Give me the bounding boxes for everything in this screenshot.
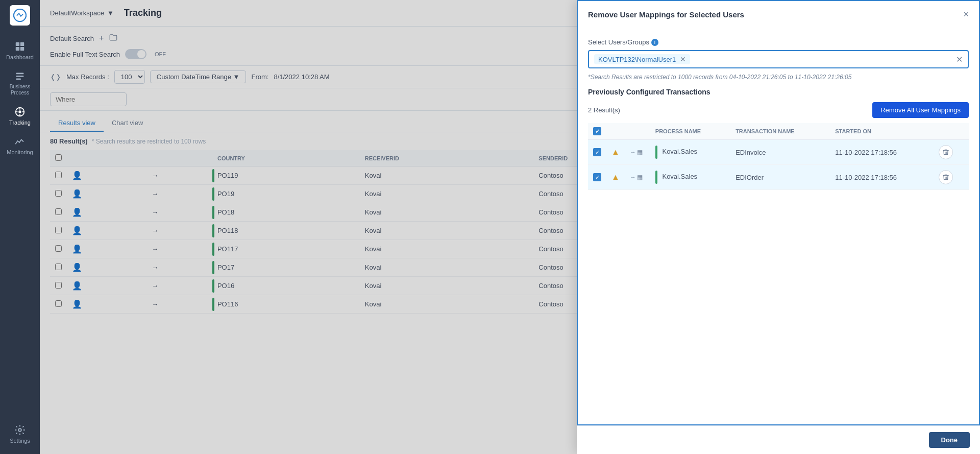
results-row2: 2 Result(s) Remove All User Mappings (588, 102, 969, 118)
svg-rect-1 (16, 42, 19, 46)
app-logo (10, 5, 30, 26)
col-check: ✓ (588, 123, 606, 140)
modal-row-check: ✓ (588, 140, 606, 165)
col-started-on: STARTED ON (830, 123, 934, 140)
arrow-right-icon: → (630, 174, 636, 181)
settings-icon (14, 424, 26, 436)
sidebar-item-business-process[interactable]: Business Process (0, 65, 40, 101)
sidebar-item-label: Monitoring (7, 149, 33, 155)
remove-user-mappings-modal: Remove User Mappings for Selected Users … (577, 0, 980, 454)
done-button[interactable]: Done (929, 432, 970, 448)
trash-icon (942, 149, 949, 156)
business-process-icon (14, 70, 26, 82)
col-process-name: PROCESS NAME (650, 123, 730, 140)
info-icon: i (651, 39, 658, 46)
person-orange-icon: ▲ (611, 148, 620, 156)
col-delete (934, 123, 969, 140)
users-input-wrapper[interactable]: KOVLTP132\NormalUser1 ✕ ✕ (588, 50, 969, 68)
modal-row-checkbox[interactable]: ✓ (593, 148, 601, 156)
col-arrow2 (625, 123, 650, 140)
modal-row-process: Kovai.Sales (650, 140, 730, 165)
modal-select-all[interactable]: ✓ (593, 127, 601, 135)
prev-transactions-title: Previously Configured Transactions (588, 88, 969, 96)
svg-rect-6 (16, 76, 24, 77)
dashboard-icon (14, 41, 26, 52)
modal-header-row: ✓ PROCESS NAME TRANSACTION NAME STARTED … (588, 123, 969, 140)
modal-row-process: Kovai.Sales (650, 165, 730, 190)
modal-row-checkbox[interactable]: ✓ (593, 173, 601, 181)
col-transaction-name: TRANSACTION NAME (730, 123, 830, 140)
svg-point-9 (18, 110, 21, 113)
modal-table-row: ✓ ▲ → ▦ Kovai.Sales EDIOrder 11-10-2022 … (588, 165, 969, 190)
sidebar-item-dashboard[interactable]: Dashboard (0, 36, 40, 65)
modal-row-transaction: EDIOrder (730, 165, 830, 190)
tracking-icon (14, 106, 26, 117)
monitoring-icon (14, 136, 26, 147)
sidebar: Dashboard Business Process Tracking Moni… (0, 0, 40, 454)
user-tag-remove-button[interactable]: ✕ (680, 55, 686, 63)
modal-results-count: 2 Result(s) (588, 106, 620, 114)
modal-header: Remove User Mappings for Selected Users … (577, 0, 980, 28)
modal-title: Remove User Mappings for Selected Users (588, 10, 744, 19)
svg-rect-2 (20, 42, 24, 46)
col-icon2 (606, 123, 625, 140)
modal-tbody: ✓ ▲ → ▦ Kovai.Sales EDInvoice 11-10-2022… (588, 140, 969, 190)
svg-rect-5 (16, 73, 24, 75)
sidebar-item-settings[interactable]: Settings (0, 419, 40, 449)
modal-row-arrow: → ▦ (625, 165, 650, 190)
modal-row-icon: ▲ (606, 165, 625, 190)
modal-row-started: 11-10-2022 17:18:56 (830, 165, 934, 190)
sidebar-item-label: Business Process (3, 84, 37, 96)
modal-table: ✓ PROCESS NAME TRANSACTION NAME STARTED … (588, 123, 969, 190)
user-tag-name: KOVLTP132\NormalUser1 (598, 56, 676, 63)
modal-row-started: 11-10-2022 17:18:56 (830, 140, 934, 165)
modal-row-delete (934, 140, 969, 165)
svg-rect-4 (20, 47, 24, 51)
main-content: DefaultWorkspace ▼ Tracking Default Sear… (40, 0, 980, 454)
modal-footer: Done (577, 425, 980, 454)
modal-close-button[interactable]: × (963, 9, 969, 20)
modal-body: Select Users/Groups i KOVLTP132\NormalUs… (577, 28, 980, 425)
trash-icon (942, 174, 949, 181)
person-orange-icon: ▲ (611, 173, 620, 181)
svg-rect-7 (16, 79, 21, 80)
delete-button[interactable] (939, 145, 953, 159)
input-clear-button[interactable]: ✕ (956, 55, 963, 64)
remove-all-button[interactable]: Remove All User Mappings (872, 102, 969, 118)
sidebar-item-label: Dashboard (6, 54, 34, 60)
copy-icon: ▦ (637, 174, 643, 181)
copy-icon: ▦ (637, 149, 643, 156)
modal-row-transaction: EDInvoice (730, 140, 830, 165)
modal-row-check: ✓ (588, 165, 606, 190)
sidebar-item-monitoring[interactable]: Monitoring (0, 131, 40, 160)
modal-row-delete (934, 165, 969, 190)
modal-row-icon: ▲ (606, 140, 625, 165)
user-tag: KOVLTP132\NormalUser1 ✕ (594, 54, 690, 64)
delete-button[interactable] (939, 170, 953, 184)
sidebar-item-label: Settings (10, 438, 30, 444)
modal-table-row: ✓ ▲ → ▦ Kovai.Sales EDInvoice 11-10-2022… (588, 140, 969, 165)
arrow-right-icon: → (630, 149, 636, 156)
search-note: *Search Results are restricted to 1000 r… (588, 74, 969, 81)
modal-row-arrow: → ▦ (625, 140, 650, 165)
svg-rect-3 (16, 47, 19, 51)
users-label: Select Users/Groups i (588, 38, 969, 46)
sidebar-item-tracking[interactable]: Tracking (0, 101, 40, 131)
svg-point-14 (18, 428, 21, 432)
sidebar-item-label: Tracking (9, 120, 31, 126)
